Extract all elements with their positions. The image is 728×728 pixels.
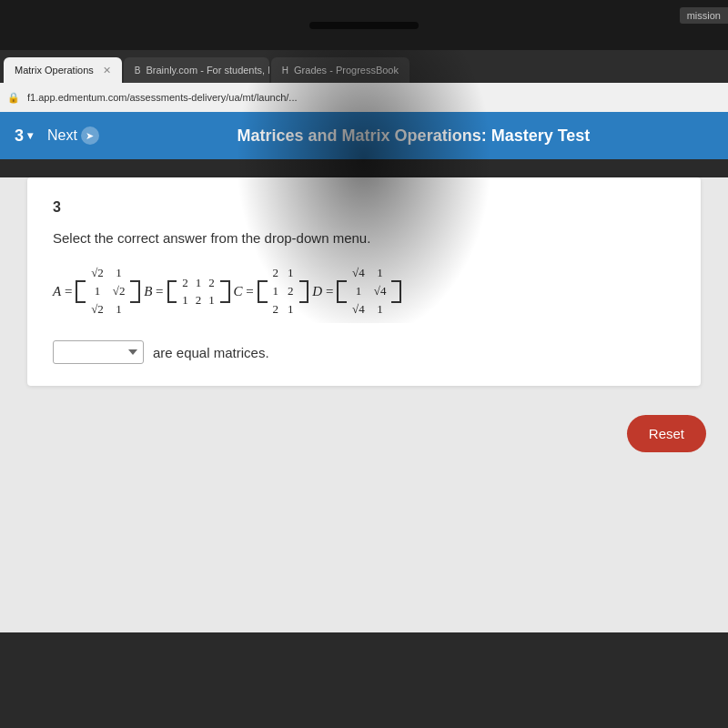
tab-label-brainly: Brainly.com - For students, By... (146, 65, 268, 76)
question-card: 3 Select the correct answer from the dro… (27, 177, 701, 386)
next-circle-icon: ➤ (81, 126, 99, 145)
mission-badge: mission (680, 7, 728, 24)
tab-label-grades: Grades - ProgressBook (294, 65, 399, 76)
matrix-B-label: B = (144, 284, 163, 299)
matrix-A-r2c2: √2 (113, 284, 126, 298)
bracket-B-left (167, 280, 177, 303)
matrix-A-r1c2: 1 (113, 266, 126, 280)
matrix-D-content: √4 1 1 √4 √4 1 (352, 264, 386, 318)
matrix-A-r1c1: √2 (91, 266, 104, 280)
matrix-A-r3c1: √2 (91, 302, 104, 317)
matrix-C-r1c1: 2 (273, 266, 279, 280)
bracket-A-left (76, 280, 86, 303)
tab-grades[interactable]: H Grades - ProgressBook (271, 57, 410, 83)
matrix-B-r2c1: 1 (182, 293, 188, 308)
bracket-B-right (220, 280, 230, 303)
tab-label-matrix: Matrix Operations (15, 65, 94, 76)
tab-favicon-brainly: B (135, 66, 141, 76)
address-text: f1.app.edmentum.com/assessments-delivery… (27, 92, 721, 103)
answer-dropdown[interactable]: A and C A and D B and C C and D (53, 340, 144, 364)
tab-favicon-grades: H (282, 66, 288, 76)
matrix-D-r1c1: √4 (352, 266, 365, 280)
app-header: 3 ▾ Next ➤ Matrices and Matrix Operation… (0, 112, 728, 159)
mission-label: mission (687, 10, 721, 21)
bottom-bar: Reset (0, 404, 728, 463)
chevron-down-icon: ▾ (27, 129, 33, 142)
question-number-control[interactable]: 3 ▾ (15, 126, 33, 146)
browser-chrome: Matrix Operations ✕ B Brainly.com - For … (0, 50, 728, 159)
matrix-B-r1c3: 2 (208, 276, 215, 290)
matrix-C-label: C = (234, 284, 254, 299)
main-content: 3 Select the correct answer from the dro… (0, 177, 728, 632)
answer-row: A and C A and D B and C C and D are equa… (53, 340, 675, 364)
laptop-bezel-top (0, 0, 728, 50)
tab-matrix-operations[interactable]: Matrix Operations ✕ (4, 57, 122, 83)
matrix-A-content: √2 1 1 √2 √2 1 (91, 264, 125, 318)
camera-slot (309, 22, 419, 29)
matrix-A-label: A = (53, 284, 72, 299)
question-num-text: 3 (15, 126, 24, 146)
matrix-C-r1c2: 1 (288, 266, 294, 280)
matrix-B-r2c3: 1 (208, 293, 215, 308)
math-display: A = √2 1 1 √2 √2 1 B = 2 1 2 1 2 1 (53, 264, 675, 318)
bracket-C-right (299, 280, 309, 303)
bracket-D-left (337, 280, 347, 303)
matrix-A-r2c1: 1 (91, 284, 104, 298)
address-bar: 🔒 f1.app.edmentum.com/assessments-delive… (0, 83, 728, 112)
reset-button[interactable]: Reset (627, 415, 706, 452)
bracket-D-right (391, 280, 401, 303)
page-title: Matrices and Matrix Operations: Mastery … (114, 126, 713, 146)
next-button[interactable]: Next ➤ (47, 126, 99, 145)
next-label: Next (47, 127, 77, 144)
matrix-A-r3c2: 1 (113, 302, 126, 317)
matrix-D-r3c1: √4 (352, 302, 365, 317)
question-instruction: Select the correct answer from the drop-… (53, 230, 675, 246)
matrix-B-r2c2: 2 (196, 293, 202, 308)
bracket-C-left (258, 280, 268, 303)
matrix-B-content: 2 1 2 1 2 1 (182, 274, 215, 309)
matrix-C-r2c1: 1 (273, 284, 279, 298)
matrix-C-r3c1: 2 (273, 302, 279, 317)
equal-text: are equal matrices. (153, 345, 269, 360)
tab-bar: Matrix Operations ✕ B Brainly.com - For … (0, 50, 728, 83)
matrix-C-r3c2: 1 (288, 302, 294, 317)
matrix-D-r1c2: 1 (374, 266, 387, 280)
tab-close-matrix[interactable]: ✕ (103, 65, 111, 76)
matrix-D-r3c2: 1 (374, 302, 387, 317)
matrix-B-r1c2: 1 (196, 276, 202, 290)
matrix-B-r1c1: 2 (182, 276, 188, 290)
bracket-A-right (130, 280, 140, 303)
lock-icon: 🔒 (7, 92, 20, 104)
question-number-badge: 3 (53, 199, 675, 216)
matrix-D-r2c2: √4 (374, 284, 387, 298)
matrix-D-r2c1: 1 (352, 284, 365, 298)
matrix-C-r2c2: 2 (288, 284, 294, 298)
matrix-C-content: 2 1 1 2 2 1 (273, 264, 294, 318)
matrix-D-label: D = (312, 284, 333, 299)
tab-brainly[interactable]: B Brainly.com - For students, By... ✕ (124, 57, 269, 83)
